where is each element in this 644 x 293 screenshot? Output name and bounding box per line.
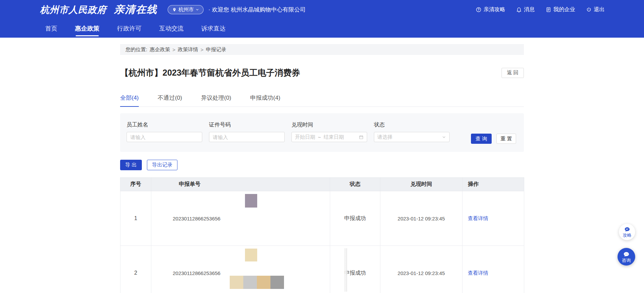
status-placeholder: 请选择 (377, 134, 393, 140)
consult-fab-button[interactable]: 咨询 (618, 248, 635, 266)
logout-link-label: 退出 (594, 6, 605, 13)
blur-artifact (344, 248, 347, 292)
cell-action: 查看详情 (462, 191, 524, 246)
question-circle-icon (476, 7, 481, 13)
cell-declare-no: 20230112866253656 (151, 191, 330, 246)
records-table: 序号 申报单号 状态 兑现时间 操作 1 20230112866253656 申… (120, 177, 524, 293)
breadcrumb-item-policy-detail[interactable]: 政策详情 (178, 46, 198, 53)
breadcrumb-item-policies[interactable]: 惠企政策 (150, 46, 170, 53)
logout-link[interactable]: 退出 (586, 6, 605, 13)
guide-link-label: 亲清攻略 (484, 6, 505, 13)
cell-status: 申报成功 (330, 246, 380, 293)
employee-name-label: 员工姓名 (127, 121, 202, 129)
cell-seq: 2 (120, 246, 151, 293)
breadcrumb-separator: > (172, 47, 175, 53)
table-row: 1 20230112866253656 申报成功 2023-01-12 09:2… (120, 191, 524, 246)
nav-item-home[interactable]: 首页 (45, 19, 57, 38)
messages-link-label: 消息 (524, 6, 535, 13)
gov-logo: 杭州市人民政府 (40, 4, 107, 16)
end-date-placeholder: 结束日期 (324, 134, 344, 140)
breadcrumb-prefix: 您的位置: (126, 46, 147, 53)
nav-item-licensing[interactable]: 行政许可 (117, 19, 141, 38)
nav-item-appeals[interactable]: 诉求直达 (201, 19, 226, 38)
table-row: 2 20230112866253656 申报成功 2023-01-12 09:2… (120, 246, 524, 293)
declare-no-text: 20230112866253656 (173, 216, 221, 221)
date-range-picker[interactable]: 开始日期 ~ 结束日期 (291, 132, 367, 142)
employee-name-field: 员工姓名 (127, 121, 202, 142)
breadcrumb-separator: > (201, 47, 204, 53)
employee-name-input[interactable] (127, 132, 202, 142)
tab-success[interactable]: 申报成功(4) (250, 94, 280, 106)
breadcrumb-item-current: 申报记录 (206, 46, 226, 53)
export-toolbar: 导 出 导出记录 (120, 160, 524, 170)
status-label: 状态 (374, 121, 450, 129)
id-number-input[interactable] (209, 132, 285, 142)
redeem-time-field: 兑现时间 开始日期 ~ 结束日期 (291, 121, 367, 142)
title-row: 【杭州市】2023年春节留杭省外员工电子消费券 返 回 (120, 67, 524, 78)
redeem-time-label: 兑现时间 (291, 121, 367, 129)
messages-link[interactable]: 消息 (516, 6, 535, 13)
tab-objection[interactable]: 异议处理(0) (201, 94, 231, 106)
chevron-down-icon (195, 8, 199, 12)
column-header-redeem-time: 兑现时间 (380, 178, 462, 191)
id-number-label: 证件号码 (209, 121, 285, 129)
table-header: 序号 申报单号 状态 兑现时间 操作 (120, 178, 524, 191)
header-links: 亲清攻略 消息 我的企业 退 (476, 6, 605, 13)
column-header-status: 状态 (330, 178, 380, 191)
main-nav: 首页 惠企政策 行政许可 互动交流 诉求直达 (0, 19, 644, 38)
guide-fab-button[interactable]: 攻略 (619, 224, 635, 240)
tab-rejected[interactable]: 不通过(0) (158, 94, 182, 106)
status-tabs: 全部(4) 不通过(0) 异议处理(0) 申报成功(4) (120, 94, 524, 107)
guide-link[interactable]: 亲清攻略 (476, 6, 505, 13)
redaction-block (245, 194, 257, 208)
status-text: 申报成功 (344, 270, 366, 276)
table-header-row: 序号 申报单号 状态 兑现时间 操作 (120, 178, 524, 191)
breadcrumb: 您的位置: 惠企政策 > 政策详情 > 申报记录 (120, 44, 524, 55)
location-pin-icon (172, 7, 177, 12)
export-records-button[interactable]: 导出记录 (147, 160, 177, 170)
filter-panel: 员工姓名 证件号码 兑现时间 开始日期 ~ 结束日期 (120, 113, 524, 152)
cell-seq: 1 (120, 191, 151, 246)
my-company-link[interactable]: 我的企业 (546, 6, 575, 13)
cell-redeem-time: 2023-01-12 09:23:45 (380, 191, 462, 246)
redaction-block (245, 249, 257, 261)
brand-logo: 亲清在线 (114, 3, 157, 17)
redaction-strip (230, 276, 284, 289)
view-detail-link[interactable]: 查看详情 (468, 270, 488, 276)
status-field: 状态 请选择 (374, 121, 450, 142)
page-title: 【杭州市】2023年春节留杭省外员工电子消费券 (120, 67, 300, 78)
start-date-placeholder: 开始日期 (295, 134, 315, 140)
guide-fab-label: 攻略 (623, 233, 631, 237)
my-company-link-label: 我的企业 (553, 6, 575, 13)
export-button[interactable]: 导 出 (120, 160, 142, 170)
location-label: 杭州市 (178, 6, 194, 13)
top-header: 杭州市人民政府 亲清在线 杭州市 · 欢迎您 杭州水晶城购物中心有限公司 亲清攻… (0, 0, 644, 19)
calendar-icon (359, 135, 364, 140)
nav-item-interaction[interactable]: 互动交流 (159, 19, 184, 38)
reset-button[interactable]: 重 置 (496, 134, 516, 144)
cell-status: 申报成功 (330, 191, 380, 246)
column-header-declare-no: 申报单号 (151, 178, 330, 191)
column-header-action: 操作 (462, 178, 524, 191)
cell-action: 查看详情 (462, 246, 524, 293)
bell-icon (516, 7, 522, 13)
view-detail-link[interactable]: 查看详情 (468, 215, 488, 221)
id-number-field: 证件号码 (209, 121, 285, 142)
select-chevron-down-icon (442, 135, 446, 139)
location-selector[interactable]: 杭州市 (168, 5, 204, 14)
status-select[interactable]: 请选择 (374, 132, 450, 142)
declare-no-text: 20230112866253656 (173, 270, 221, 276)
guide-bubble-icon (624, 227, 630, 232)
back-button[interactable]: 返 回 (501, 68, 524, 78)
date-range-separator: ~ (318, 134, 321, 140)
search-button[interactable]: 查 询 (471, 134, 492, 144)
page: 杭州市人民政府 亲清在线 杭州市 · 欢迎您 杭州水晶城购物中心有限公司 亲清攻… (0, 0, 644, 293)
cell-redeem-time: 2023-01-12 09:23:45 (380, 246, 462, 293)
tab-all[interactable]: 全部(4) (120, 94, 139, 107)
nav-item-policies[interactable]: 惠企政策 (75, 19, 99, 38)
consult-fab-label: 咨询 (622, 258, 631, 262)
consult-bubble-icon (623, 251, 629, 257)
welcome-text: · 欢迎您 杭州水晶城购物中心有限公司 (208, 6, 306, 14)
cell-declare-no: 20230112866253656 (151, 246, 330, 293)
column-header-seq: 序号 (120, 178, 151, 191)
